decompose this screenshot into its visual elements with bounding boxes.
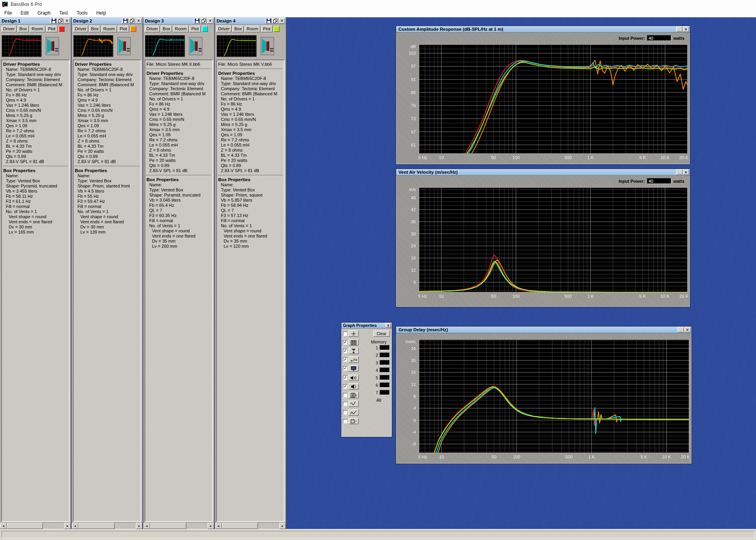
scroll-right-icon[interactable]: ► xyxy=(208,523,214,529)
clear-button[interactable]: Clear xyxy=(373,330,390,337)
room-button[interactable]: Room xyxy=(245,26,260,32)
driver-button[interactable]: Driver xyxy=(1,26,17,32)
scroll-right-icon[interactable]: ► xyxy=(64,523,71,529)
close-icon[interactable]: X xyxy=(207,18,213,24)
room-button[interactable]: Room xyxy=(101,26,117,32)
plot-button[interactable]: Plot xyxy=(261,26,272,32)
window-titlebar[interactable]: Custom Amplitude Response (dB-SPL/Hz at … xyxy=(396,26,690,33)
horizontal-scrollbar[interactable]: ◄► xyxy=(215,522,286,529)
crosshair-checkbox[interactable] xyxy=(343,332,347,336)
scroll-left-icon[interactable]: ◄ xyxy=(215,523,222,529)
box-button[interactable]: Box xyxy=(232,26,244,32)
design-panel-titlebar[interactable]: Design 4X xyxy=(215,17,286,24)
driver-button[interactable]: Driver xyxy=(145,26,160,32)
plot-color-swatch[interactable] xyxy=(59,26,65,32)
save-icon[interactable] xyxy=(265,18,272,24)
copy-icon[interactable] xyxy=(129,18,135,24)
grid-icon[interactable] xyxy=(348,339,359,345)
palette-titlebar[interactable]: Graph Properties X xyxy=(341,323,392,328)
system-acoustic-response-icon[interactable] xyxy=(348,375,359,381)
plot-button[interactable]: Plot xyxy=(189,26,201,32)
vent-response-checkbox[interactable] xyxy=(343,393,347,397)
crosshair-icon[interactable] xyxy=(348,330,359,337)
design-panel-titlebar[interactable]: Design 2X xyxy=(72,17,143,24)
memory-all-label[interactable]: All xyxy=(376,398,381,403)
design-properties-pane[interactable]: Driver PropertiesName: TEBM65C20F-8Type:… xyxy=(1,59,70,522)
minimize-button[interactable]: _ xyxy=(676,169,682,175)
plot-button[interactable]: Plot xyxy=(46,26,57,32)
memory-slot-button-4[interactable] xyxy=(380,367,390,373)
design-panel-titlebar[interactable]: Design 3X xyxy=(143,17,214,24)
close-icon[interactable]: X xyxy=(385,323,391,328)
copy-icon[interactable] xyxy=(272,18,278,24)
scroll-right-icon[interactable]: ► xyxy=(136,523,143,529)
memory-slot-button-3[interactable] xyxy=(380,360,390,365)
plot-color-swatch[interactable] xyxy=(202,26,208,32)
input-power-field[interactable] xyxy=(647,178,671,184)
system-acoustic-response-checkbox[interactable]: ✓ xyxy=(343,376,347,380)
phase-response-icon[interactable] xyxy=(348,418,359,424)
grid-checkbox[interactable]: ✓ xyxy=(343,340,347,345)
input-power-field[interactable] xyxy=(647,35,671,41)
vent-response-icon[interactable] xyxy=(348,392,359,398)
room-button[interactable]: Room xyxy=(30,26,45,32)
plot-color-swatch[interactable] xyxy=(274,26,280,32)
menu-item-file[interactable]: File xyxy=(0,9,16,17)
driver-button[interactable]: Driver xyxy=(73,26,88,32)
frequency-range-20k-icon[interactable]: 20k xyxy=(348,356,359,363)
frequency-range-20k-checkbox[interactable]: ✓ xyxy=(343,358,347,362)
room-button[interactable]: Room xyxy=(173,26,188,32)
save-icon[interactable] xyxy=(122,18,128,24)
memory-slot-button-1[interactable] xyxy=(380,345,390,350)
menu-item-help[interactable]: Help xyxy=(92,9,110,17)
impedance-icon[interactable] xyxy=(348,409,359,416)
save-icon[interactable] xyxy=(194,18,200,24)
design-properties-pane[interactable]: File: Micro Stereo MK II.bb6Driver Prope… xyxy=(145,59,213,522)
horizontal-scrollbar[interactable]: ◄► xyxy=(143,522,214,529)
phase-response-checkbox[interactable] xyxy=(343,419,347,423)
close-icon[interactable]: X xyxy=(135,18,142,24)
memory-slot-button-6[interactable] xyxy=(380,382,390,388)
plot-color-swatch[interactable] xyxy=(130,26,136,32)
close-icon[interactable]: X xyxy=(683,169,689,175)
design-properties-pane[interactable]: File: Micro Stereo MK V.bb6Driver Proper… xyxy=(216,59,285,522)
scrollbar-thumb[interactable] xyxy=(222,523,258,529)
design-panel-titlebar[interactable]: Design 1X xyxy=(0,17,71,24)
close-icon[interactable]: X xyxy=(279,18,285,24)
close-icon[interactable]: X xyxy=(683,26,689,32)
minimize-button[interactable]: _ xyxy=(678,327,684,332)
vertical-scale-icon[interactable] xyxy=(348,348,359,354)
scrollbar-thumb[interactable] xyxy=(7,523,43,529)
copy-icon[interactable] xyxy=(57,18,63,24)
box-button[interactable]: Box xyxy=(89,26,100,32)
horizontal-scrollbar[interactable]: ◄► xyxy=(72,522,143,529)
close-icon[interactable]: X xyxy=(684,327,691,332)
box-button[interactable]: Box xyxy=(17,26,29,32)
cone-displacement-checkbox[interactable] xyxy=(343,402,347,406)
design-properties-pane[interactable]: Driver PropertiesName: TEBM65C20F-8Type:… xyxy=(73,59,141,522)
driver-button[interactable]: Driver xyxy=(216,26,232,32)
impedance-checkbox[interactable] xyxy=(343,410,347,415)
menu-item-graph[interactable]: Graph xyxy=(33,9,55,17)
window-titlebar[interactable]: Group Delay (msec/Hz) _ X xyxy=(396,327,691,333)
menu-item-edit[interactable]: Edit xyxy=(16,9,33,17)
screen-colors-icon[interactable] xyxy=(348,365,359,371)
menu-item-tools[interactable]: Tools xyxy=(72,9,92,17)
window-titlebar[interactable]: Vent Air Velocity (m/sec/Hz) _ X xyxy=(396,169,690,176)
scroll-right-icon[interactable]: ► xyxy=(279,523,286,529)
scrollbar-thumb[interactable] xyxy=(78,523,115,529)
scroll-left-icon[interactable]: ◄ xyxy=(0,523,7,529)
box-button[interactable]: Box xyxy=(161,26,172,32)
memory-slot-button-2[interactable] xyxy=(380,353,390,358)
save-icon[interactable] xyxy=(50,18,57,24)
copy-icon[interactable] xyxy=(200,18,207,24)
screen-colors-checkbox[interactable]: ✓ xyxy=(343,366,347,371)
driver-acoustic-response-checkbox[interactable]: ✓ xyxy=(343,384,347,389)
memory-slot-button-7[interactable] xyxy=(380,390,390,395)
scroll-left-icon[interactable]: ◄ xyxy=(143,523,150,529)
driver-acoustic-response-icon[interactable] xyxy=(348,383,359,390)
scrollbar-thumb[interactable] xyxy=(150,523,186,529)
horizontal-scrollbar[interactable]: ◄► xyxy=(0,522,71,529)
memory-slot-button-5[interactable] xyxy=(380,375,390,380)
vertical-scale-checkbox[interactable]: ✓ xyxy=(343,349,347,353)
